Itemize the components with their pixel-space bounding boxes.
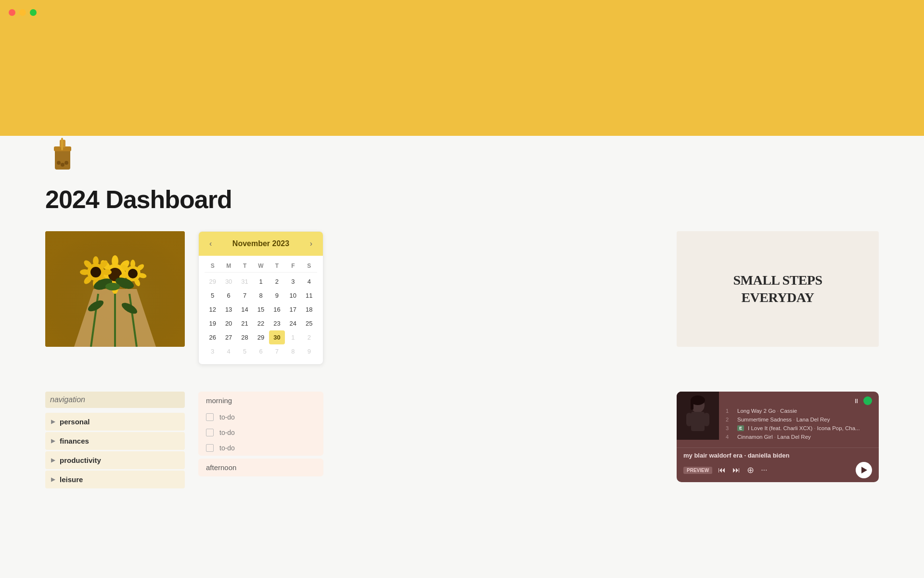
calendar-day[interactable]: 31: [237, 275, 253, 289]
calendar-day[interactable]: 24: [285, 316, 301, 330]
calendar-day[interactable]: 9: [269, 289, 285, 302]
calendar-week: 19 20 21 22 23 24 25: [205, 316, 317, 330]
music-track-1[interactable]: 1 Long Way 2 Go · Cassie: [726, 408, 872, 414]
svg-point-6: [64, 161, 68, 165]
calendar-day[interactable]: 3: [285, 275, 301, 289]
main-grid: ‹ November 2023 › S M T W T F S 29: [45, 231, 879, 365]
track-number: 3: [726, 425, 733, 431]
music-track-2[interactable]: 2 Summertime Sadness · Lana Del Rey: [726, 417, 872, 422]
calendar-day[interactable]: 3: [205, 344, 220, 358]
todo-checkbox[interactable]: [206, 413, 214, 421]
fullscreen-button[interactable]: [30, 9, 37, 16]
todo-label: to-do: [219, 444, 235, 452]
calendar-day[interactable]: 4: [220, 344, 236, 358]
music-content: ⏸ 1 Long Way 2 Go · Cassie: [677, 392, 879, 482]
navigation-title: navigation: [45, 392, 185, 408]
more-options-button[interactable]: ···: [760, 465, 768, 475]
calendar-day[interactable]: 8: [253, 289, 269, 302]
calendar-day[interactable]: 19: [205, 316, 220, 330]
calendar-day[interactable]: 1: [253, 275, 269, 289]
calendar-day[interactable]: 7: [269, 344, 285, 358]
svg-point-46: [105, 283, 120, 290]
calendar-day[interactable]: 18: [301, 302, 317, 316]
todo-item: to-do: [198, 425, 323, 440]
calendar-day[interactable]: 23: [269, 316, 285, 330]
add-to-playlist-button[interactable]: ⊕: [746, 464, 755, 476]
day-header-sat: S: [301, 263, 317, 269]
svg-point-33: [80, 269, 90, 275]
calendar-day[interactable]: 9: [301, 344, 317, 358]
calendar-day[interactable]: 7: [237, 289, 253, 302]
calendar-day[interactable]: 11: [301, 289, 317, 302]
calendar-day[interactable]: 1: [285, 330, 301, 344]
svg-point-27: [93, 256, 99, 266]
content: 2024 Dashboard: [0, 136, 924, 519]
morning-section: morning to-do to-do to-do: [198, 392, 323, 456]
calendar-day[interactable]: 25: [301, 316, 317, 330]
music-controls: PREVIEW ⏮ ⏭ ⊕ ···: [683, 462, 872, 478]
play-button[interactable]: [856, 462, 872, 478]
calendar-day[interactable]: 30: [220, 275, 236, 289]
calendar-day[interactable]: 29: [205, 275, 220, 289]
play-icon: [861, 467, 867, 473]
calendar-header: ‹ November 2023 ›: [199, 232, 323, 256]
skip-back-button[interactable]: ⏮: [717, 465, 727, 475]
minimize-button[interactable]: [19, 9, 26, 16]
calendar-day[interactable]: 4: [301, 275, 317, 289]
todo-checkbox[interactable]: [206, 444, 214, 452]
svg-point-5: [61, 163, 64, 167]
calendar-day[interactable]: 2: [269, 275, 285, 289]
day-header-sun: S: [205, 263, 220, 269]
calendar-day[interactable]: 12: [205, 302, 220, 316]
calendar-week: 3 4 5 6 7 8 9: [205, 344, 317, 358]
calendar-day[interactable]: 13: [220, 302, 236, 316]
calendar-day[interactable]: 10: [285, 289, 301, 302]
calendar-day[interactable]: 5: [237, 344, 253, 358]
calendar-today[interactable]: 30: [269, 330, 285, 344]
calendar-next-button[interactable]: ›: [307, 238, 315, 249]
nav-arrow-icon: ▶: [51, 438, 55, 444]
calendar-grid: S M T W T F S 29 30 31 1 2 3: [199, 256, 323, 364]
music-pause-icon: ⏸: [853, 397, 860, 405]
calendar-day[interactable]: 29: [253, 330, 269, 344]
track-title: Summertime Sadness · Lana Del Rey: [737, 417, 872, 422]
calendar-day[interactable]: 15: [253, 302, 269, 316]
music-tracks: ⏸ 1 Long Way 2 Go · Cassie: [719, 392, 879, 447]
todo-label: to-do: [219, 429, 235, 436]
afternoon-section: afternoon: [198, 459, 323, 476]
nav-item-personal[interactable]: ▶ personal: [45, 413, 185, 431]
track-title: I Love It (feat. Charli XCX) · Icona Pop…: [748, 425, 872, 431]
calendar-day[interactable]: 26: [205, 330, 220, 344]
calendar-day[interactable]: 28: [237, 330, 253, 344]
calendar-day[interactable]: 5: [205, 289, 220, 302]
morning-header: morning: [198, 392, 323, 409]
music-track-3[interactable]: 3 E I Love It (feat. Charli XCX) · Icona…: [726, 425, 872, 431]
calendar-day[interactable]: 6: [253, 344, 269, 358]
playlist-name: my blair waldorf era · daniella biden: [683, 452, 872, 459]
music-track-4[interactable]: 4 Cinnamon Girl · Lana Del Rey: [726, 434, 872, 440]
music-footer: my blair waldorf era · daniella biden PR…: [677, 447, 879, 482]
quote-block: SMALL STEPS EVERYDAY: [677, 231, 879, 347]
calendar-day[interactable]: 20: [220, 316, 236, 330]
calendar-day[interactable]: 6: [220, 289, 236, 302]
calendar-day[interactable]: 22: [253, 316, 269, 330]
calendar-day[interactable]: 16: [269, 302, 285, 316]
skip-forward-button[interactable]: ⏭: [732, 465, 741, 475]
calendar-day[interactable]: 14: [237, 302, 253, 316]
todo-checkbox[interactable]: [206, 429, 214, 436]
calendar-day[interactable]: 21: [237, 316, 253, 330]
calendar-prev-button[interactable]: ‹: [206, 238, 215, 249]
nav-item-productivity[interactable]: ▶ productivity: [45, 451, 185, 469]
calendar-day[interactable]: 27: [220, 330, 236, 344]
calendar-day[interactable]: 8: [285, 344, 301, 358]
nav-item-leisure[interactable]: ▶ leisure: [45, 471, 185, 488]
calendar-week: 12 13 14 15 16 17 18: [205, 302, 317, 316]
nav-item-finances[interactable]: ▶ finances: [45, 432, 185, 450]
calendar-day[interactable]: 2: [301, 330, 317, 344]
svg-rect-3: [61, 138, 63, 150]
nav-label-leisure: leisure: [60, 475, 83, 484]
day-header-mon: M: [220, 263, 236, 269]
close-button[interactable]: [9, 9, 15, 16]
calendar-day[interactable]: 17: [285, 302, 301, 316]
todo-item: to-do: [198, 409, 323, 425]
